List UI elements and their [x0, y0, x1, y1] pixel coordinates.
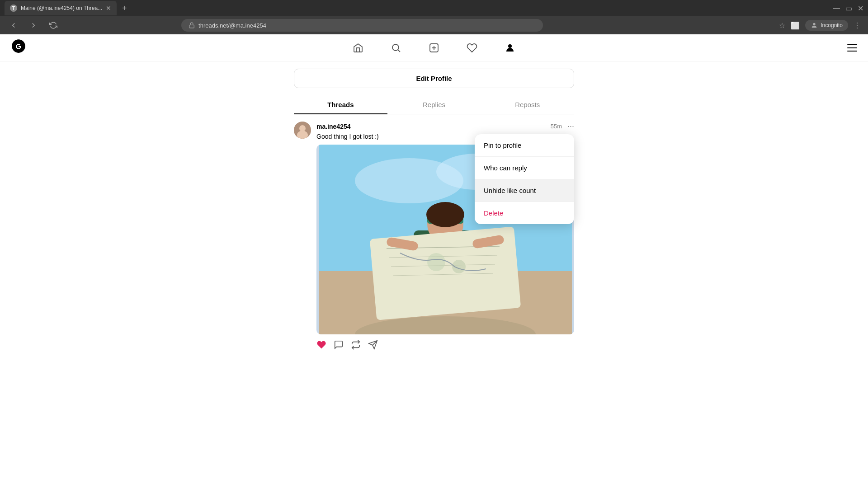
- post-time: 55m: [551, 123, 562, 130]
- more-options-button[interactable]: ···: [567, 122, 574, 131]
- tab-favicon: T: [10, 5, 17, 12]
- address-bar-right: ☆ ⬜ Incognito ⋮: [779, 20, 861, 31]
- tab-replies[interactable]: Replies: [387, 95, 481, 114]
- svg-point-25: [426, 202, 464, 227]
- activity-nav-button[interactable]: [464, 40, 480, 56]
- incognito-label: Incognito: [821, 22, 843, 28]
- delete-option[interactable]: Delete: [475, 202, 574, 224]
- like-button[interactable]: [316, 340, 326, 350]
- thread-post: ma.ine4254 55m ··· Good thing I got lost…: [294, 114, 574, 357]
- repost-button[interactable]: [351, 340, 361, 350]
- url-bar[interactable]: threads.net/@ma.ine4254: [181, 19, 543, 32]
- post-meta: ma.ine4254 55m ···: [316, 122, 574, 131]
- context-menu: Pin to profile Who can reply Unhide like…: [475, 134, 574, 224]
- main-content: Edit Profile Threads Replies Reposts: [294, 61, 574, 357]
- profile-button[interactable]: Incognito: [805, 20, 848, 31]
- more-chrome-button[interactable]: ⋮: [854, 21, 861, 30]
- browser-controls-right: — ▭ ✕: [833, 4, 863, 13]
- back-button[interactable]: [7, 19, 20, 32]
- maximize-button[interactable]: ▭: [845, 4, 852, 13]
- home-nav-button[interactable]: [350, 40, 366, 56]
- post-time-more: 55m ···: [551, 122, 574, 131]
- close-window-button[interactable]: ✕: [858, 4, 863, 13]
- hamburger-line: [847, 51, 857, 52]
- forward-button[interactable]: [27, 19, 40, 32]
- nav-icons: [350, 40, 518, 56]
- svg-rect-0: [189, 25, 194, 28]
- new-tab-button[interactable]: +: [122, 4, 127, 13]
- url-text: threads.net/@ma.ine4254: [198, 22, 266, 29]
- compose-nav-button[interactable]: [426, 40, 442, 56]
- address-bar: threads.net/@ma.ine4254 ☆ ⬜ Incognito ⋮: [0, 16, 868, 34]
- refresh-button[interactable]: [47, 19, 60, 32]
- hamburger-menu[interactable]: [847, 44, 857, 52]
- browser-chrome: T Maine (@ma.ine4254) on Threa... ✕ + — …: [0, 0, 868, 16]
- svg-point-6: [299, 125, 306, 131]
- bookmark-icon[interactable]: ☆: [779, 21, 785, 30]
- svg-point-21: [427, 253, 445, 271]
- hamburger-line: [847, 47, 857, 48]
- search-nav-button[interactable]: [388, 40, 404, 56]
- tab-reposts[interactable]: Reposts: [481, 95, 574, 114]
- unhide-like-count-option[interactable]: Unhide like count: [475, 179, 574, 202]
- avatar[interactable]: [294, 122, 311, 139]
- threads-logo[interactable]: [11, 38, 26, 57]
- post-actions: [316, 340, 574, 350]
- browser-tab[interactable]: T Maine (@ma.ine4254) on Threa... ✕: [5, 1, 117, 15]
- tab-title: Maine (@ma.ine4254) on Threa...: [21, 5, 102, 11]
- svg-point-2: [392, 44, 399, 51]
- profile-nav-button[interactable]: [502, 40, 518, 56]
- hamburger-line: [847, 44, 857, 45]
- edit-profile-button[interactable]: Edit Profile: [294, 69, 574, 88]
- share-button[interactable]: [368, 340, 378, 350]
- svg-point-1: [813, 23, 816, 25]
- post-username[interactable]: ma.ine4254: [316, 123, 351, 130]
- tab-threads[interactable]: Threads: [294, 95, 387, 114]
- minimize-button[interactable]: —: [833, 4, 840, 12]
- profile-tabs: Threads Replies Reposts: [294, 95, 574, 114]
- who-can-reply-option[interactable]: Who can reply: [475, 157, 574, 179]
- app-content: Edit Profile Threads Replies Reposts: [0, 34, 868, 488]
- top-navigation: [0, 34, 868, 61]
- tab-close-button[interactable]: ✕: [106, 5, 111, 12]
- pin-to-profile-option[interactable]: Pin to profile: [475, 134, 574, 157]
- extensions-icon[interactable]: ⬜: [791, 21, 800, 30]
- svg-point-4: [508, 44, 512, 48]
- comment-button[interactable]: [334, 340, 344, 350]
